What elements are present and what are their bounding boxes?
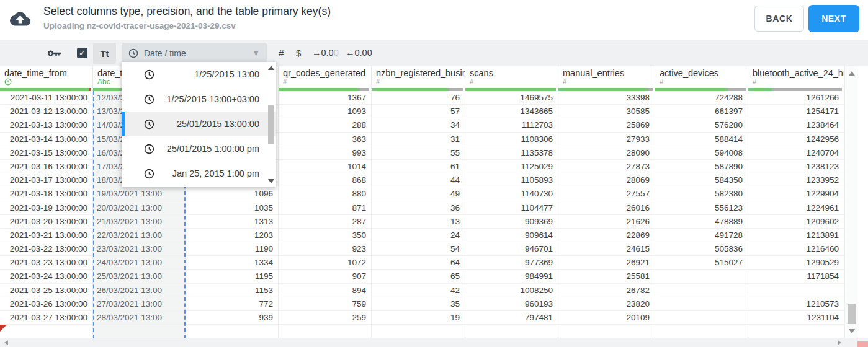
cell-date_t: 27/03/2021 13:00 <box>93 297 186 311</box>
cell-bluetooth_active_24_hr_: 1261266 <box>748 91 844 105</box>
next-button[interactable]: NEXT <box>808 5 859 32</box>
cell-active_devices: 505836 <box>655 242 748 256</box>
page-title: Select columns type, precision, and the … <box>43 5 331 18</box>
column-name: qr_codes_generated <box>279 66 371 78</box>
cell-scans: 1140730 <box>465 187 558 201</box>
column-type-indicator: # <box>465 78 558 87</box>
cell-manual_entries: 33398 <box>558 91 655 105</box>
table-row: 2021-03-22 13:00:0023/03/2021 13:0011909… <box>0 242 844 256</box>
text-type-button[interactable]: Tt <box>93 43 116 64</box>
cell-nzbn_registered_busine: 35 <box>372 297 465 311</box>
cell-manual_entries: 25581 <box>558 270 655 283</box>
cell-parse-error-marker <box>0 325 93 338</box>
cell-active_devices: 515027 <box>655 256 748 270</box>
date-format-option[interactable]: 25/01/2015 13:00:00 <box>122 112 276 136</box>
column-name: scans <box>465 66 558 78</box>
column-header-qr_codes_generated[interactable]: qr_codes_generated# <box>279 66 372 91</box>
cell-scans: 1135378 <box>465 146 558 160</box>
number-type-button[interactable]: # <box>279 48 284 58</box>
cell-active_devices: 661397 <box>655 105 748 118</box>
dropdown-scrollbar-thumb[interactable] <box>268 105 274 144</box>
clock-icon <box>144 69 154 80</box>
column-type-select-value: Date / time <box>144 48 186 58</box>
column-header-bluetooth_active_24_hr_[interactable]: bluetooth_active_24_hr_# <box>748 66 844 91</box>
cell-manual_entries: 27873 <box>558 160 655 174</box>
date-format-option[interactable]: 1/25/2015 13:00+03:00 <box>122 87 276 112</box>
scroll-down-arrow-icon[interactable] <box>268 179 274 183</box>
dropdown-scrollbar[interactable] <box>266 64 275 185</box>
cell-qr_codes_generated: 288 <box>279 118 372 132</box>
cell-bluetooth_active_24_hr_: 1238464 <box>748 118 844 132</box>
scroll-up-arrow-icon[interactable] <box>268 66 274 70</box>
date-format-option[interactable]: 1/25/2015 13:00 <box>122 62 276 87</box>
cloud-upload-icon <box>10 9 30 32</box>
cell-date_time_from: 2021-03-19 13:00:00 <box>0 201 93 215</box>
column-header-active_devices[interactable]: active_devices# <box>655 66 748 91</box>
cell-nzbn_registered_busine: 55 <box>372 146 465 160</box>
date-format-option-label: 25/01/2015 13:00:00 <box>154 119 276 129</box>
decrease-decimal-button[interactable]: →0.00 <box>312 48 339 58</box>
csv-upload-wizard: Select columns type, precision, and the … <box>0 0 868 347</box>
primary-key-icon[interactable] <box>48 49 61 60</box>
include-column-checkbox[interactable]: ✓ <box>77 48 87 58</box>
increase-decimal-button[interactable]: ←0.00 <box>346 48 372 58</box>
column-name: date_time_from <box>0 66 92 78</box>
cell-date_time_from: 2021-03-14 13:00:00 <box>0 133 93 146</box>
cell-nzbn_registered_busine: 64 <box>372 256 465 270</box>
wizard-header: Select columns type, precision, and the … <box>0 0 868 40</box>
table-row: 2021-03-24 13:00:0025/03/2021 13:0011959… <box>0 270 844 283</box>
column-type-indicator: # <box>748 78 844 87</box>
cell-date_time_from: 2021-03-23 13:00:00 <box>0 256 93 270</box>
cell-manual_entries: 20109 <box>558 311 655 325</box>
column-header-date_time_from[interactable]: date_time_from <box>0 66 93 91</box>
cell-active_devices: 556123 <box>655 201 748 215</box>
cell-manual_entries <box>558 325 655 338</box>
cell-nzbn_registered_busine: 76 <box>372 91 465 105</box>
vertical-scrollbar-thumb[interactable] <box>848 304 856 324</box>
cell-scans: 946701 <box>465 242 558 256</box>
date-format-option[interactable]: 25/01/2015 1:00:00 pm <box>122 136 276 161</box>
clock-icon <box>144 94 154 105</box>
scroll-down-arrow-icon[interactable] <box>849 329 855 333</box>
cell-bluetooth_active_24_hr_: 1209602 <box>748 215 844 229</box>
table-row: 2021-03-25 13:00:0026/03/2021 13:0011538… <box>0 284 844 297</box>
cell-nzbn_registered_busine: 31 <box>372 133 465 146</box>
cell-manual_entries: 21626 <box>558 215 655 229</box>
cell-active_devices <box>655 297 748 311</box>
cell-date_t: 21/03/2021 13:00 <box>93 215 186 229</box>
date-format-option[interactable]: Jan 25, 2015 1:00 pm <box>122 161 276 186</box>
cell-bluetooth_active_24_hr_: 1229904 <box>748 187 844 201</box>
back-button[interactable]: BACK <box>754 6 804 32</box>
cell-date_time_from: 2021-03-22 13:00:00 <box>0 242 93 256</box>
vertical-scrollbar[interactable] <box>844 66 858 338</box>
cell-qr_codes_generated: 287 <box>279 215 372 229</box>
cell-bluetooth_active_24_hr_: 1216460 <box>748 242 844 256</box>
cell-scans: 909614 <box>465 229 558 242</box>
column-name: nzbn_registered_busine <box>372 66 465 78</box>
cell-date_t: 19/03/2021 13:00 <box>93 187 186 201</box>
table-row <box>0 325 844 338</box>
cell-manual_entries: 26782 <box>558 284 655 297</box>
scroll-corner-indicator <box>857 341 868 347</box>
column-type-select[interactable]: Date / time ▼ <box>122 43 267 63</box>
scroll-right-arrow-icon[interactable] <box>838 340 841 345</box>
column-header-scans[interactable]: scans# <box>465 66 558 91</box>
column-name: bluetooth_active_24_hr_ <box>748 66 844 78</box>
cell-hidden: 1190 <box>186 242 279 256</box>
scroll-up-arrow-icon[interactable] <box>849 71 855 76</box>
scroll-left-arrow-icon[interactable] <box>4 340 8 345</box>
cell-hidden: 1153 <box>186 284 279 297</box>
cell-bluetooth_active_24_hr_: 1290529 <box>748 256 844 270</box>
page-subtitle: Uploading nz-covid-tracer-usage-2021-03-… <box>43 21 236 30</box>
column-header-manual_entries[interactable]: manual_entries# <box>558 66 655 91</box>
cell-manual_entries: 25869 <box>558 118 655 132</box>
column-header-nzbn_registered_busine[interactable]: nzbn_registered_busine# <box>372 66 465 91</box>
column-type-indicator <box>0 78 92 87</box>
cell-bluetooth_active_24_hr_: 1233952 <box>748 174 844 187</box>
horizontal-scrollbar[interactable] <box>0 338 868 347</box>
cell-date_time_from: 2021-03-16 13:00:00 <box>0 160 93 174</box>
cell-bluetooth_active_24_hr_: 1213891 <box>748 229 844 242</box>
cell-bluetooth_active_24_hr_: 1242956 <box>748 133 844 146</box>
cell-nzbn_registered_busine <box>372 325 465 338</box>
currency-type-button[interactable]: $ <box>296 48 301 58</box>
